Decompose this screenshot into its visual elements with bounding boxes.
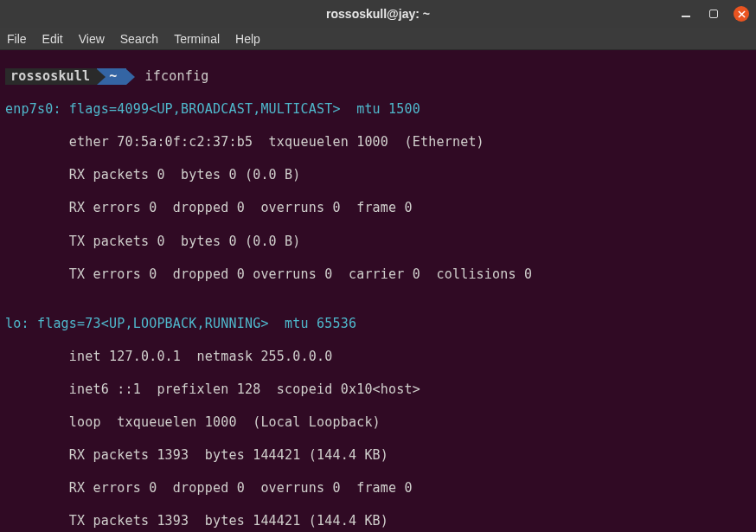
output-line: lo: flags=73<UP,LOOPBACK,RUNNING> mtu 65… — [5, 316, 751, 332]
window-controls — [678, 6, 749, 22]
window-title: rossoskull@jay: ~ — [326, 7, 430, 21]
output-line: TX errors 0 dropped 0 overruns 0 carrier… — [5, 266, 751, 283]
output-line: RX packets 0 bytes 0 (0.0 B) — [5, 167, 751, 183]
prompt-arrow-icon — [97, 69, 106, 85]
titlebar: rossoskull@jay: ~ — [0, 0, 756, 28]
output-line: enp7s0: flags=4099<UP,BROADCAST,MULTICAS… — [5, 101, 751, 118]
output-line: loop txqueuelen 1000 (Local Loopback) — [5, 414, 751, 431]
menu-search[interactable]: Search — [120, 32, 158, 46]
output-line: RX errors 0 dropped 0 overruns 0 frame 0 — [5, 200, 751, 216]
command-text: ifconfig — [145, 68, 209, 85]
menu-terminal[interactable]: Terminal — [174, 32, 220, 46]
menu-help[interactable]: Help — [235, 32, 260, 46]
output-line: inet 127.0.0.1 netmask 255.0.0.0 — [5, 349, 751, 365]
output-line: TX packets 1393 bytes 144421 (144.4 KB) — [5, 513, 751, 529]
output-line: TX packets 0 bytes 0 (0.0 B) — [5, 234, 751, 250]
prompt-user: rossoskull — [5, 68, 97, 85]
output-line: RX packets 1393 bytes 144421 (144.4 KB) — [5, 447, 751, 464]
close-button[interactable] — [734, 6, 749, 22]
terminal[interactable]: rossoskull~ifconfig enp7s0: flags=4099<U… — [0, 50, 756, 532]
output-line: RX errors 0 dropped 0 overruns 0 frame 0 — [5, 480, 751, 497]
output-line: ether 70:5a:0f:c2:37:b5 txqueuelen 1000 … — [5, 134, 751, 151]
menu-file[interactable]: File — [7, 32, 27, 46]
minimize-button[interactable] — [678, 6, 694, 22]
prompt-arrow-icon — [126, 69, 135, 85]
prompt-line-1: rossoskull~ifconfig — [5, 68, 751, 85]
menubar: File Edit View Search Terminal Help — [0, 28, 756, 50]
output-line: inet6 ::1 prefixlen 128 scopeid 0x10<hos… — [5, 381, 751, 398]
menu-edit[interactable]: Edit — [42, 32, 63, 46]
maximize-button[interactable] — [706, 6, 721, 22]
menu-view[interactable]: View — [79, 32, 105, 46]
